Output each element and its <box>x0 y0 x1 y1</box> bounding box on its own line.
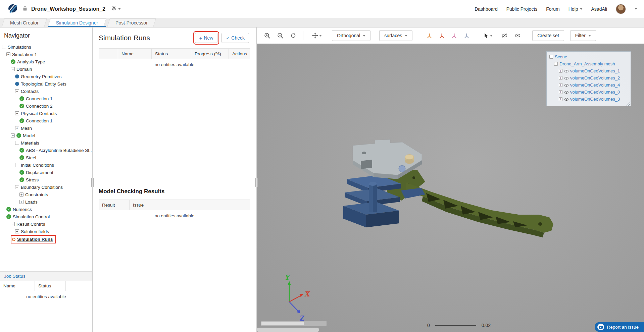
nav-help[interactable]: Help <box>568 6 583 12</box>
nav-public-projects[interactable]: Public Projects <box>506 6 538 12</box>
expand-icon[interactable]: + <box>19 200 23 204</box>
nav-forum[interactable]: Forum <box>546 6 559 12</box>
tree-item-analysis-type[interactable]: ✓Analysis Type <box>11 58 45 65</box>
tree-item-contacts[interactable]: −Contacts <box>15 88 39 95</box>
tree-item-stress[interactable]: ✓Stress <box>19 176 39 183</box>
expand-icon[interactable]: + <box>15 229 19 233</box>
tree-item-constraints[interactable]: +Constraints <box>19 191 48 198</box>
tree-item-simulations[interactable]: −Simulations <box>2 43 31 51</box>
tree-item-materials[interactable]: −Materials <box>15 139 39 147</box>
scene-root-row[interactable]: − Scene <box>547 53 631 60</box>
nav-username[interactable]: AsadAli <box>591 6 607 12</box>
scene-volume-row[interactable]: +volumeOnGeoVolumes_3 <box>547 96 631 103</box>
collapse-icon[interactable]: − <box>11 133 15 137</box>
collapse-icon[interactable]: − <box>6 52 10 56</box>
project-settings-button[interactable] <box>111 6 121 12</box>
report-issue-button[interactable]: Report an issue <box>595 322 644 332</box>
job-status-title[interactable]: Job Status <box>0 272 92 281</box>
tree-item-abs-acrylonitrile-butadiene-st[interactable]: ✓ABS - Acrylonitrile Butadiene St... <box>19 147 92 154</box>
create-set-button[interactable]: Create set <box>532 30 564 41</box>
expand-icon[interactable]: + <box>559 90 562 94</box>
refresh-view-icon[interactable] <box>289 31 298 40</box>
tree-item-topological-entity-sets[interactable]: Topological Entity Sets <box>15 80 66 88</box>
scene-volume-row[interactable]: +volumeOnGeoVolumes_2 <box>547 74 631 81</box>
tree-item-solution-fields[interactable]: +Solution fields <box>15 228 49 235</box>
select-cursor-icon[interactable] <box>482 32 494 40</box>
tree-item-displacement[interactable]: ✓Displacement <box>19 169 53 176</box>
collapse-icon[interactable]: − <box>15 141 19 145</box>
hide-selected-eye-slash-icon[interactable] <box>500 31 509 40</box>
collapse-icon[interactable]: − <box>15 89 19 93</box>
zoom-out-icon[interactable] <box>276 31 285 40</box>
tree-item-physical-contacts[interactable]: −Physical Contacts <box>15 110 57 117</box>
projection-dropdown[interactable]: Orthogonal <box>332 30 370 41</box>
scene-mesh-row[interactable]: − Drone_Arm_Assembly mesh <box>547 60 631 67</box>
expand-icon[interactable]: + <box>559 76 562 80</box>
collapse-icon[interactable]: − <box>15 185 19 189</box>
collapse-icon[interactable]: − <box>15 163 19 167</box>
zoom-in-icon[interactable] <box>263 31 272 40</box>
expand-icon[interactable]: + <box>559 83 562 87</box>
tree-item-connection-1[interactable]: ✓Connection 1 <box>19 117 53 124</box>
tree-item-simulation-runs[interactable]: Simulation Runs <box>11 235 56 243</box>
visibility-eye-icon[interactable] <box>564 98 568 101</box>
tree-item-connection-1[interactable]: ✓Connection 1 <box>19 95 53 102</box>
horizontal-scrollbar-bottom[interactable] <box>257 328 319 332</box>
visibility-eye-icon[interactable] <box>564 91 568 94</box>
check-model-button[interactable]: ✓ Check <box>221 33 249 43</box>
green-arm-part[interactable] <box>387 170 553 237</box>
axis-view-icon-4[interactable] <box>462 32 471 40</box>
simscale-logo-icon[interactable] <box>7 3 19 15</box>
new-run-button[interactable]: + New <box>195 33 218 43</box>
collapse-icon[interactable]: − <box>11 67 15 71</box>
pan-move-icon[interactable] <box>311 31 323 40</box>
tree-item-numerics[interactable]: ✓Numerics <box>6 206 32 213</box>
expand-icon[interactable]: + <box>15 126 19 130</box>
viewport-3d[interactable]: Orthogonal surfaces <box>257 27 644 332</box>
collapse-icon[interactable]: − <box>2 45 6 49</box>
user-menu-chevron-icon[interactable] <box>635 8 637 10</box>
axis-view-icon-3[interactable] <box>450 32 458 40</box>
tree-item-steel[interactable]: ✓Steel <box>19 154 36 161</box>
scrollbar-thumb[interactable] <box>261 322 304 325</box>
axis-view-icon-2[interactable] <box>438 32 446 40</box>
tree-item-geometry-primitives[interactable]: Geometry Primitives <box>15 73 62 80</box>
tree-item-simulation-control[interactable]: ✓Simulation Control <box>6 213 50 220</box>
tree-item-initial-conditions[interactable]: −Initial Conditions <box>15 161 54 169</box>
collapse-icon[interactable]: − <box>11 222 15 226</box>
expand-icon[interactable]: + <box>559 97 562 101</box>
visibility-eye-icon[interactable] <box>564 84 568 87</box>
expand-icon[interactable]: + <box>559 69 562 73</box>
tree-item-boundary-conditions[interactable]: −Boundary Conditions <box>15 183 63 191</box>
tree-item-mesh[interactable]: +Mesh <box>15 124 32 132</box>
horizontal-scrollbar[interactable] <box>261 321 327 326</box>
scene-volume-row[interactable]: +volumeOnGeoVolumes_4 <box>547 81 631 89</box>
render-mode-dropdown[interactable]: surfaces <box>379 30 412 41</box>
tab-simulation-designer[interactable]: Simulation Designer <box>47 18 107 27</box>
tree-item-simulation-1[interactable]: −Simulation 1 <box>6 51 37 58</box>
collapse-icon[interactable]: − <box>15 111 19 115</box>
column-header-name: Name <box>0 281 35 291</box>
navigator-resize-handle[interactable] <box>91 178 94 187</box>
collapse-icon[interactable]: − <box>549 55 553 59</box>
axis-view-icon-1[interactable] <box>425 32 434 40</box>
scene-volume-row[interactable]: +volumeOnGeoVolumes_1 <box>547 67 631 74</box>
tree-item-result-control[interactable]: −Result Control <box>11 220 45 228</box>
filter-dropdown[interactable]: Filter <box>570 30 596 41</box>
middle-panel-resize-handle[interactable] <box>255 178 258 187</box>
tree-item-domain[interactable]: −Domain <box>11 65 32 73</box>
tab-post-processor[interactable]: Post-Processor <box>107 18 156 27</box>
show-all-eye-icon[interactable] <box>513 31 522 40</box>
visibility-eye-icon[interactable] <box>564 70 568 72</box>
expand-icon[interactable]: + <box>19 192 23 197</box>
scene-volume-row[interactable]: +volumeOnGeoVolumes_0 <box>547 89 631 96</box>
visibility-eye-icon[interactable] <box>564 77 568 79</box>
tree-item-model[interactable]: −✓Model <box>11 132 35 139</box>
user-avatar[interactable] <box>616 4 626 14</box>
tree-item-connection-2[interactable]: ✓Connection 2 <box>19 102 53 110</box>
tree-item-loads[interactable]: +Loads <box>19 198 38 206</box>
tree-item-label: Simulation Runs <box>17 237 53 242</box>
collapse-icon[interactable]: − <box>554 62 558 66</box>
nav-dashboard[interactable]: Dashboard <box>475 6 498 12</box>
tab-mesh-creator[interactable]: Mesh Creator <box>1 18 47 27</box>
